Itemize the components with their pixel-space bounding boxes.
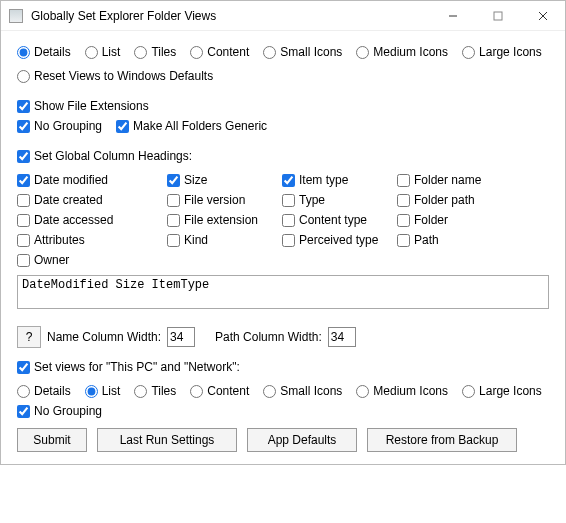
column-check-perceived-type[interactable]: Perceived type (282, 233, 397, 247)
thispc-radio-list[interactable]: List (85, 384, 121, 398)
show-file-extensions-check[interactable]: Show File Extensions (17, 99, 149, 113)
thispc-view-group: DetailsListTilesContentSmall IconsMedium… (17, 384, 549, 398)
view-radio-medium-icons[interactable]: Medium Icons (356, 45, 448, 59)
make-folders-generic-check[interactable]: Make All Folders Generic (116, 119, 267, 133)
column-check-date-modified[interactable]: Date modified (17, 173, 167, 187)
view-radio-large-icons[interactable]: Large Icons (462, 45, 542, 59)
column-check-content-type[interactable]: Content type (282, 213, 397, 227)
columns-text-input[interactable] (17, 275, 549, 309)
column-check-date-accessed[interactable]: Date accessed (17, 213, 167, 227)
column-check-attributes[interactable]: Attributes (17, 233, 167, 247)
view-radio-details[interactable]: Details (17, 45, 71, 59)
column-check-folder-name[interactable]: Folder name (397, 173, 549, 187)
maximize-button[interactable] (475, 1, 520, 31)
thispc-radio-tiles[interactable]: Tiles (134, 384, 176, 398)
no-grouping-thispc-check[interactable]: No Grouping (17, 404, 102, 418)
column-check-file-version[interactable]: File version (167, 193, 282, 207)
svg-rect-1 (494, 12, 502, 20)
column-check-kind[interactable]: Kind (167, 233, 282, 247)
thispc-radio-content[interactable]: Content (190, 384, 249, 398)
thispc-radio-large-icons[interactable]: Large Icons (462, 384, 542, 398)
thispc-radio-medium-icons[interactable]: Medium Icons (356, 384, 448, 398)
column-check-folder[interactable]: Folder (397, 213, 549, 227)
column-check-path[interactable]: Path (397, 233, 549, 247)
reset-views-radio[interactable]: Reset Views to Windows Defaults (17, 69, 213, 83)
submit-button[interactable]: Submit (17, 428, 87, 452)
view-radio-content[interactable]: Content (190, 45, 249, 59)
column-check-file-extension[interactable]: File extension (167, 213, 282, 227)
restore-button[interactable]: Restore from Backup (367, 428, 517, 452)
help-button[interactable]: ? (17, 326, 41, 348)
column-check-type[interactable]: Type (282, 193, 397, 207)
view-mode-group: DetailsListTilesContentSmall IconsMedium… (17, 45, 549, 59)
last-run-button[interactable]: Last Run Settings (97, 428, 237, 452)
column-check-date-created[interactable]: Date created (17, 193, 167, 207)
column-check-owner[interactable]: Owner (17, 253, 167, 267)
minimize-button[interactable] (430, 1, 475, 31)
set-global-columns-check[interactable]: Set Global Column Headings: (17, 149, 192, 163)
name-width-label: Name Column Width: (47, 330, 161, 344)
path-width-label: Path Column Width: (215, 330, 322, 344)
thispc-radio-small-icons[interactable]: Small Icons (263, 384, 342, 398)
path-width-input[interactable] (328, 327, 356, 347)
reset-views-label: Reset Views to Windows Defaults (34, 69, 213, 83)
columns-grid: Date modifiedSizeItem typeFolder nameDat… (17, 173, 549, 267)
app-defaults-button[interactable]: App Defaults (247, 428, 357, 452)
name-width-input[interactable] (167, 327, 195, 347)
column-check-size[interactable]: Size (167, 173, 282, 187)
view-radio-list[interactable]: List (85, 45, 121, 59)
no-grouping-check[interactable]: No Grouping (17, 119, 102, 133)
set-thispc-views-check[interactable]: Set views for "This PC" and "Network": (17, 360, 240, 374)
thispc-radio-details[interactable]: Details (17, 384, 71, 398)
column-check-folder-path[interactable]: Folder path (397, 193, 549, 207)
close-button[interactable] (520, 1, 565, 31)
app-icon (9, 9, 23, 23)
view-radio-tiles[interactable]: Tiles (134, 45, 176, 59)
column-check-item-type[interactable]: Item type (282, 173, 397, 187)
view-radio-small-icons[interactable]: Small Icons (263, 45, 342, 59)
window-title: Globally Set Explorer Folder Views (31, 9, 430, 23)
